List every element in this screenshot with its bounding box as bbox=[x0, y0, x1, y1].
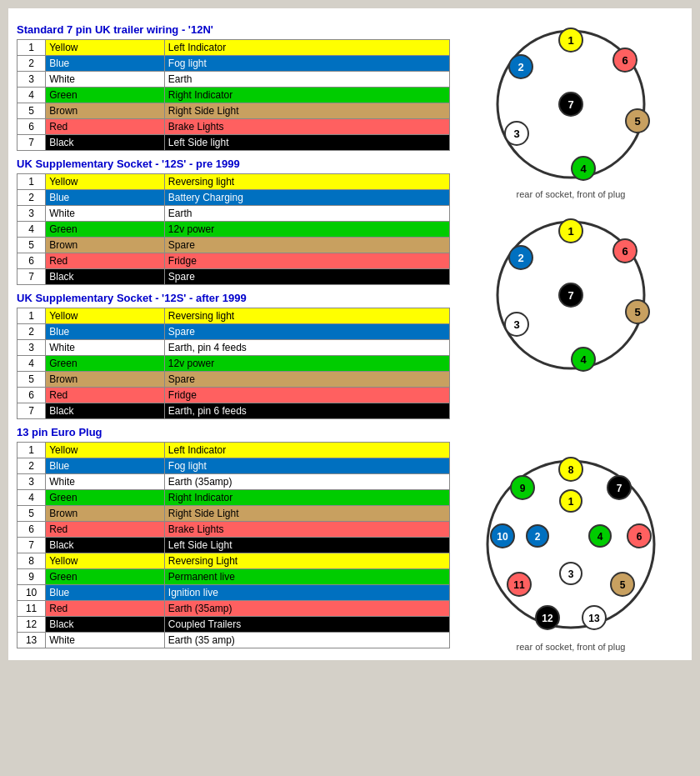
wire-desc: Earth bbox=[164, 72, 449, 88]
svg-text:7: 7 bbox=[617, 483, 622, 494]
svg-text:4: 4 bbox=[580, 163, 587, 175]
table-row: 4 Green Right Indicator bbox=[18, 88, 450, 103]
svg-text:3: 3 bbox=[513, 128, 519, 140]
pin-num: 6 bbox=[18, 119, 46, 135]
wire-desc: Left Indicator bbox=[164, 40, 449, 56]
svg-text:7: 7 bbox=[568, 98, 573, 111]
table-row: 10 Blue Ignition live bbox=[18, 585, 450, 601]
wire-color: White bbox=[46, 72, 165, 88]
table-row: 13 White Earth (35 amp) bbox=[18, 633, 450, 648]
socket-7pin: 1 6 5 4 3 2 7 rear of socket, f bbox=[492, 25, 650, 199]
svg-text:8: 8 bbox=[568, 464, 574, 476]
svg-text:7: 7 bbox=[568, 289, 573, 302]
table-row: 5 Brown Spare bbox=[18, 238, 450, 253]
table-row: 3 White Earth bbox=[18, 206, 450, 222]
table-row: 8 Yellow Reversing Light bbox=[18, 553, 450, 569]
section-title-12s-post: UK Supplementary Socket - '12S' - after … bbox=[17, 292, 450, 304]
svg-text:3: 3 bbox=[513, 318, 519, 331]
svg-text:5: 5 bbox=[634, 115, 640, 128]
table-row: 4 Green 12v power bbox=[18, 222, 450, 238]
svg-text:12: 12 bbox=[542, 613, 553, 624]
svg-text:6: 6 bbox=[622, 54, 628, 67]
pin-num: 5 bbox=[18, 103, 46, 119]
svg-text:5: 5 bbox=[620, 579, 626, 591]
wire-desc: Left Side light bbox=[164, 135, 449, 151]
table-row: 6 Red Fridge bbox=[18, 253, 450, 269]
table-13pin: 1 Yellow Left Indicator 2 Blue Fog light… bbox=[17, 442, 450, 648]
svg-text:13: 13 bbox=[588, 613, 600, 624]
right-column: 1 6 5 4 3 2 7 rear of socket, f bbox=[458, 17, 683, 652]
svg-text:3: 3 bbox=[568, 568, 574, 580]
section-title-12s-pre: UK Supplementary Socket - '12S' - pre 19… bbox=[17, 158, 450, 170]
wire-color: Blue bbox=[46, 56, 165, 72]
table-row: 12 Black Coupled Trailers bbox=[18, 617, 450, 633]
table-row: 2 Blue Spare bbox=[18, 324, 450, 340]
table-12n: 1 Yellow Left Indicator 2 Blue Fog light… bbox=[17, 39, 450, 151]
page-container: Standard 7 pin UK trailer wiring - '12N'… bbox=[8, 8, 692, 660]
table-row: 7 Black Left Side light bbox=[18, 135, 450, 151]
table-row: 5 Brown Spare bbox=[18, 372, 450, 388]
table-row: 5 Brown Right Side Light bbox=[18, 103, 450, 119]
svg-text:11: 11 bbox=[513, 579, 525, 591]
table-row: 7 Black Spare bbox=[18, 269, 450, 285]
table-row: 3 White Earth bbox=[18, 72, 450, 88]
table-row: 2 Blue Fog light bbox=[18, 56, 450, 72]
pin-num: 7 bbox=[18, 135, 46, 151]
table-row: 3 White Earth, pin 4 feeds bbox=[18, 340, 450, 356]
wire-color: Black bbox=[46, 135, 165, 151]
table-row: 6 Red Fridge bbox=[18, 388, 450, 403]
table-row: 11 Red Earth (35amp) bbox=[18, 601, 450, 617]
wire-color: Yellow bbox=[46, 40, 165, 56]
pin-num: 1 bbox=[18, 40, 46, 56]
svg-text:4: 4 bbox=[580, 353, 587, 366]
svg-text:9: 9 bbox=[520, 483, 526, 494]
svg-text:4: 4 bbox=[598, 531, 603, 543]
svg-text:1: 1 bbox=[568, 34, 573, 47]
svg-text:2: 2 bbox=[535, 531, 541, 543]
table-row: 3 White Earth (35amp) bbox=[18, 474, 450, 490]
svg-text:1: 1 bbox=[568, 225, 573, 238]
table-row: 4 Green Right Indicator bbox=[18, 490, 450, 506]
pin-num: 4 bbox=[18, 88, 46, 103]
table-row: 1 Yellow Left Indicator bbox=[18, 40, 450, 56]
svg-text:6: 6 bbox=[637, 531, 642, 543]
table-row: 1 Yellow Left Indicator bbox=[18, 443, 450, 458]
table-row: 5 Brown Right Side Light bbox=[18, 506, 450, 522]
left-column: Standard 7 pin UK trailer wiring - '12N'… bbox=[17, 17, 450, 652]
table-row: 2 Blue Battery Charging bbox=[18, 190, 450, 206]
table-row: 9 Green Permanent live bbox=[18, 569, 450, 585]
wire-color: Red bbox=[46, 119, 165, 135]
svg-text:2: 2 bbox=[518, 61, 523, 73]
table-row: 1 Yellow Reversing light bbox=[18, 174, 450, 190]
wire-color: Brown bbox=[46, 103, 165, 119]
svg-text:6: 6 bbox=[622, 245, 628, 258]
wire-desc: Brake Lights bbox=[164, 119, 449, 135]
socket-diagram-13pin: 8 7 6 5 13 12 11 1 bbox=[479, 453, 662, 636]
section-title-13pin: 13 pin Euro Plug bbox=[17, 426, 450, 438]
table-row: 4 Green 12v power bbox=[18, 356, 450, 372]
table-12s-post: 1 Yellow Reversing light 2 Blue Spare 3 … bbox=[17, 308, 450, 419]
table-row: 2 Blue Fog light bbox=[18, 458, 450, 474]
table-row: 1 Yellow Reversing light bbox=[18, 308, 450, 324]
socket-diagram-12s: 1 6 5 4 3 2 7 bbox=[492, 216, 650, 374]
socket-label-7pin: rear of socket, front of plug bbox=[492, 189, 650, 199]
table-row: 6 Red Brake Lights bbox=[18, 119, 450, 135]
pin-num: 3 bbox=[18, 72, 46, 88]
table-row: 7 Black Earth, pin 6 feeds bbox=[18, 403, 450, 419]
wire-desc: Fog light bbox=[164, 56, 449, 72]
table-row: 6 Red Brake Lights bbox=[18, 522, 450, 538]
wire-desc: Right Indicator bbox=[164, 88, 449, 103]
wire-desc: Right Side Light bbox=[164, 103, 449, 119]
socket-13pin: 8 7 6 5 13 12 11 1 bbox=[479, 453, 662, 652]
socket-label-13pin: rear of socket, front of plug bbox=[479, 642, 662, 652]
table-12s-pre: 1 Yellow Reversing light 2 Blue Battery … bbox=[17, 173, 450, 285]
svg-text:2: 2 bbox=[518, 252, 523, 264]
svg-text:1: 1 bbox=[568, 496, 574, 508]
svg-text:5: 5 bbox=[634, 306, 640, 318]
wire-color: Green bbox=[46, 88, 165, 103]
pin-num: 2 bbox=[18, 56, 46, 72]
svg-text:10: 10 bbox=[497, 531, 508, 543]
table-row: 7 Black Left Side Light bbox=[18, 538, 450, 553]
socket-diagram-7pin: 1 6 5 4 3 2 7 bbox=[492, 25, 650, 183]
socket-12s: 1 6 5 4 3 2 7 bbox=[492, 216, 650, 377]
